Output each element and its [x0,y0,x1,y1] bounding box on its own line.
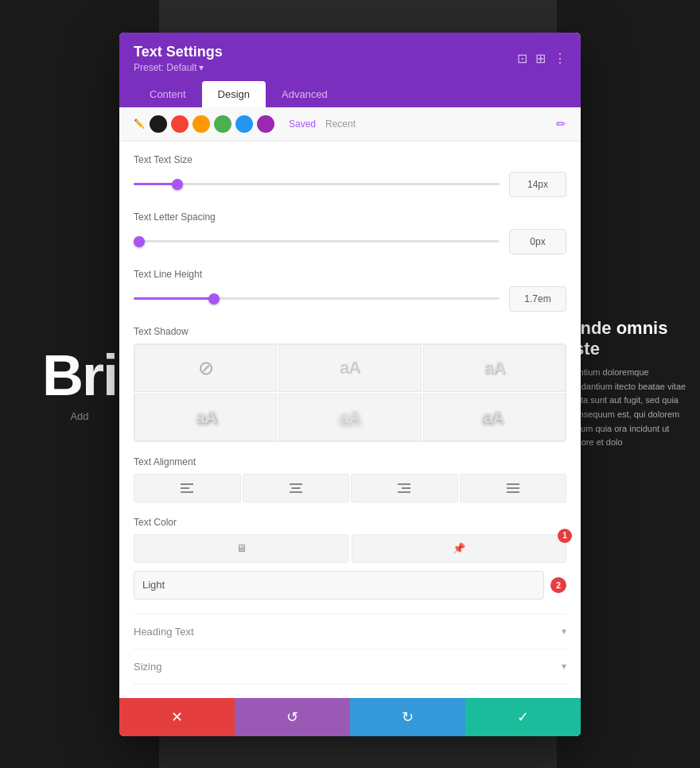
collapse-sizing: Sizing ▾ [134,649,566,684]
line-height-value[interactable]: 1.7em [509,286,566,312]
cancel-icon: ✕ [171,708,183,726]
split-icon[interactable]: ⊞ [535,51,546,66]
text-size-track[interactable] [134,183,500,185]
modal-title-group: Text Settings Preset: Default ▾ [134,44,223,73]
save-button[interactable]: ✓ [465,698,581,736]
color-dot-3[interactable] [192,115,210,133]
line-height-track[interactable] [134,297,500,300]
collapse-heading-text-header[interactable]: Heading Text ▾ [134,626,566,638]
align-right[interactable] [351,474,458,502]
svg-rect-10 [507,487,519,489]
pin-icon: 📌 [453,542,465,554]
color-option-monitor[interactable]: 🖥 [134,534,348,563]
save-icon: ✓ [517,708,529,726]
svg-rect-6 [398,483,410,485]
modal-header-icons: ⊡ ⊞ ⋮ [517,51,566,66]
text-size-thumb[interactable] [172,179,183,190]
svg-rect-4 [291,487,300,489]
shadow-style-4[interactable]: aA [278,394,421,441]
select-row: Light Dark Custom 2 [134,571,566,599]
expand-icon[interactable]: ⊡ [517,51,527,66]
collapse-spacing: Spacing ▾ [134,684,566,698]
color-dot-4[interactable] [214,115,231,133]
shadow-style-3[interactable]: aA [134,394,277,441]
shadow-grid: ⊘ aA aA aA aA aA [134,343,566,442]
svg-rect-11 [507,491,519,493]
modal-body: Text Text Size 14px Text Letter Spacing … [119,142,581,698]
bg-left-text: Bri [42,347,117,404]
letter-spacing-track[interactable] [134,240,500,242]
undo-button[interactable]: ↺ [235,698,350,736]
text-size-value[interactable]: 14px [509,172,566,197]
bg-left-subtext: Add [70,410,88,422]
text-size-label: Text Text Size [134,154,566,165]
color-options: 🖥 📌 1 [134,534,566,563]
svg-rect-9 [507,483,519,485]
svg-rect-2 [181,491,193,493]
letter-spacing-label: Text Letter Spacing [134,211,566,223]
collapse-sizing-arrow: ▾ [562,661,566,672]
svg-rect-0 [181,483,193,485]
line-height-fill [134,297,214,300]
modal-header-top: Text Settings Preset: Default ▾ ⊡ ⊞ ⋮ [134,44,566,73]
collapse-heading-text-arrow: ▾ [562,626,566,637]
color-dot-1[interactable] [150,115,167,133]
tab-design[interactable]: Design [202,81,266,107]
text-shadow-row: Text Shadow ⊘ aA aA aA aA aA [134,326,566,442]
svg-rect-3 [290,483,302,485]
modal-title: Text Settings [134,44,223,60]
text-shadow-label: Text Shadow [134,326,566,337]
line-height-row: Text Line Height 1.7em [134,269,566,312]
shadow-style-1[interactable]: aA [278,344,421,392]
palette-saved[interactable]: Saved [289,118,316,130]
letter-spacing-row: Text Letter Spacing 0px [134,211,566,254]
text-size-row: Text Text Size 14px [134,154,566,197]
align-center[interactable] [243,474,350,502]
cancel-button[interactable]: ✕ [119,698,235,736]
text-size-fill [134,183,177,185]
redo-button[interactable]: ↻ [350,698,465,736]
modal-preset[interactable]: Preset: Default ▾ [134,62,223,73]
tab-advanced[interactable]: Advanced [266,81,344,107]
modal-header: Text Settings Preset: Default ▾ ⊡ ⊞ ⋮ Co… [119,33,581,107]
align-justify[interactable] [460,474,567,502]
badge-2: 2 [550,577,566,593]
color-dot-2[interactable] [171,115,189,133]
more-icon[interactable]: ⋮ [554,51,566,66]
align-left[interactable] [134,474,241,502]
light-dark-select[interactable]: Light Dark Custom [134,571,544,599]
palette-edit-icon[interactable]: ✏ [556,117,566,131]
color-dot-6[interactable] [257,115,274,133]
modal-footer: ✕ ↺ ↻ ✓ [119,698,581,736]
bg-right-title: unde omnis iste [570,318,687,359]
line-height-slider-row: 1.7em [134,286,566,312]
modal-tabs: Content Design Advanced [134,81,566,107]
text-alignment-label: Text Alignment [134,456,566,467]
palette-recent[interactable]: Recent [325,118,356,130]
badge-1: 1 [558,529,572,543]
line-height-label: Text Line Height [134,269,566,280]
collapse-sizing-title: Sizing [134,661,161,673]
collapse-sizing-header[interactable]: Sizing ▾ [134,661,566,673]
text-color-label: Text Color [134,517,566,528]
align-options [134,474,566,502]
svg-rect-8 [398,491,410,493]
text-color-row: Text Color 🖥 📌 1 Light Dark Custom 2 [134,517,566,599]
text-alignment-row: Text Alignment [134,456,566,502]
palette-dots-group [150,115,274,133]
svg-rect-1 [181,487,189,489]
letter-spacing-thumb[interactable] [134,236,145,247]
shadow-style-2[interactable]: aA [423,344,566,392]
shadow-none[interactable]: ⊘ [134,344,277,392]
collapse-heading-text: Heading Text ▾ [134,614,566,649]
bg-right-body: santium doloremque laudantium itecto bea… [570,366,687,450]
tab-content[interactable]: Content [134,81,202,107]
svg-rect-7 [402,487,410,489]
shadow-style-5[interactable]: aA [423,394,566,441]
svg-rect-5 [290,491,302,493]
palette-more[interactable]: ✏️ [134,118,145,129]
line-height-thumb[interactable] [208,293,220,304]
color-dot-5[interactable] [235,115,253,133]
color-option-pin[interactable]: 📌 1 [352,534,566,563]
letter-spacing-value[interactable]: 0px [509,229,566,254]
